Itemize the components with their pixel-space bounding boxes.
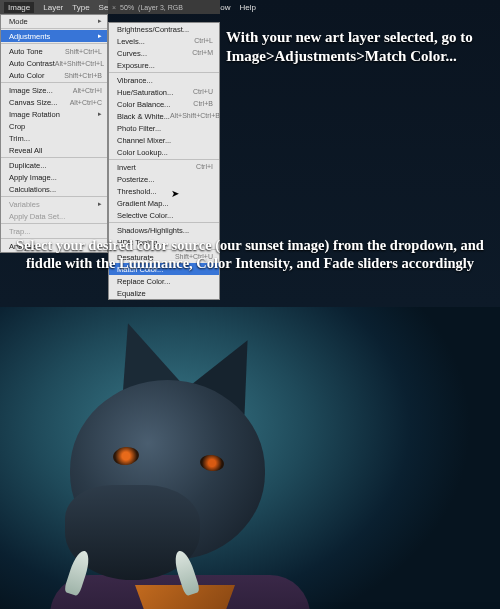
instruction-2: Select your desired color source (our su… xyxy=(15,236,485,272)
menu-gradient-map[interactable]: Gradient Map... xyxy=(109,197,219,209)
menu-vibrance[interactable]: Vibrance... xyxy=(109,74,219,86)
menu-curves[interactable]: Curves...Ctrl+M xyxy=(109,47,219,59)
menu-color-lookup[interactable]: Color Lookup... xyxy=(109,146,219,158)
menu-adjustments[interactable]: Adjustments xyxy=(1,30,107,42)
menu-exposure[interactable]: Exposure... xyxy=(109,59,219,71)
menu-levels[interactable]: Levels...Ctrl+L xyxy=(109,35,219,47)
menu-variables[interactable]: Variables xyxy=(1,198,107,210)
menu-apply-data-set: Apply Data Set... xyxy=(1,210,107,222)
menu-type[interactable]: Type xyxy=(72,3,89,12)
menu-threshold[interactable]: Threshold... xyxy=(109,185,219,197)
menu-invert[interactable]: InvertCtrl+I xyxy=(109,161,219,173)
menu-layer[interactable]: Layer xyxy=(43,3,63,12)
menu-mode[interactable]: Mode xyxy=(1,15,107,27)
menu-color-balance[interactable]: Color Balance...Ctrl+B xyxy=(109,98,219,110)
menu-auto-contrast[interactable]: Auto ContrastAlt+Shift+Ctrl+L xyxy=(1,57,107,69)
close-icon[interactable]: × xyxy=(112,4,116,11)
menu-channel-mixer[interactable]: Channel Mixer... xyxy=(109,134,219,146)
menu-shadows-highlights[interactable]: Shadows/Highlights... xyxy=(109,224,219,236)
artwork-canvas: Match Color ✕ Destination Image Target: … xyxy=(0,307,500,609)
menu-posterize[interactable]: Posterize... xyxy=(109,173,219,185)
tab-zoom: 50% xyxy=(120,4,134,11)
menu-selective-color[interactable]: Selective Color... xyxy=(109,209,219,221)
menu-apply-image[interactable]: Apply Image... xyxy=(1,171,107,183)
menu-reveal-all[interactable]: Reveal All xyxy=(1,144,107,156)
menu-auto-tone[interactable]: Auto ToneShift+Ctrl+L xyxy=(1,45,107,57)
worgen-illustration xyxy=(15,325,295,605)
menu-hue-saturation[interactable]: Hue/Saturation...Ctrl+U xyxy=(109,86,219,98)
menu-equalize[interactable]: Equalize xyxy=(109,287,219,299)
instruction-1: With your new art layer selected, go to … xyxy=(226,28,491,66)
menu-canvas-size[interactable]: Canvas Size...Alt+Ctrl+C xyxy=(1,96,107,108)
tab-doc: (Layer 3, RGB xyxy=(138,4,183,11)
menu-duplicate[interactable]: Duplicate... xyxy=(1,159,107,171)
menu-calculations[interactable]: Calculations... xyxy=(1,183,107,195)
menu-auto-color[interactable]: Auto ColorShift+Ctrl+B xyxy=(1,69,107,81)
menu-image-rotation[interactable]: Image Rotation xyxy=(1,108,107,120)
menu-replace-color[interactable]: Replace Color... xyxy=(109,275,219,287)
menu-black-white[interactable]: Black & White...Alt+Shift+Ctrl+B xyxy=(109,110,219,122)
menu-brightness-contrast[interactable]: Brightness/Contrast... xyxy=(109,23,219,35)
document-tab[interactable]: × 50% (Layer 3, RGB xyxy=(108,0,220,14)
menu-crop[interactable]: Crop xyxy=(1,120,107,132)
menu-image-size[interactable]: Image Size...Alt+Ctrl+I xyxy=(1,84,107,96)
menu-photo-filter[interactable]: Photo Filter... xyxy=(109,122,219,134)
image-menu: Mode Adjustments Auto ToneShift+Ctrl+L A… xyxy=(0,14,108,253)
menu-image[interactable]: Image xyxy=(4,2,34,13)
menu-help[interactable]: Help xyxy=(240,3,256,12)
menu-trim[interactable]: Trim... xyxy=(1,132,107,144)
